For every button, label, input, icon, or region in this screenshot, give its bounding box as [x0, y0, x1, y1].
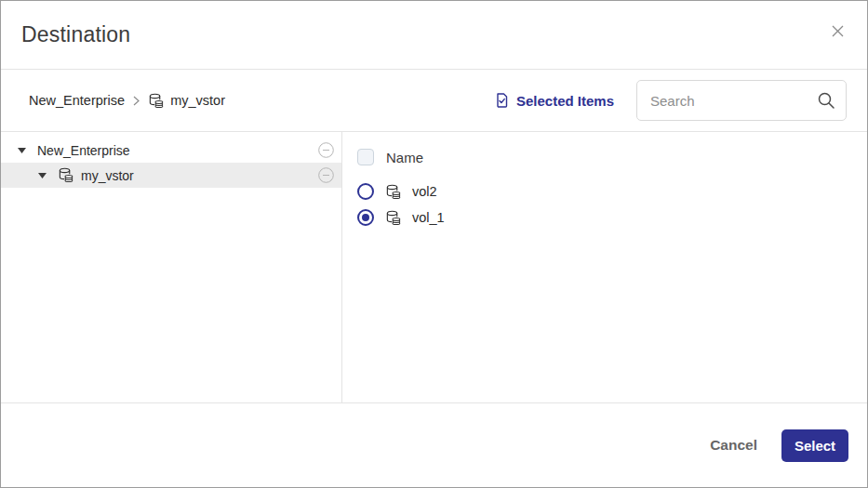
cancel-button[interactable]: Cancel — [710, 437, 757, 454]
selected-items-button[interactable]: Selected Items — [495, 93, 614, 109]
dialog-footer: Cancel Select — [1, 402, 867, 487]
list-item-vol2[interactable]: vol2 — [357, 178, 867, 204]
selected-items-label: Selected Items — [516, 93, 614, 109]
dialog-content: New_Enterprise my_vstor — [1, 132, 867, 402]
database-icon — [385, 184, 401, 200]
destination-dialog: Destination New_Enterprise my_vstor — [0, 0, 868, 488]
tree-panel: New_Enterprise my_vstor — [1, 132, 342, 402]
select-button[interactable]: Select — [781, 429, 848, 462]
close-icon — [831, 24, 845, 38]
list-item-label: vol_1 — [412, 210, 445, 225]
database-icon — [58, 167, 73, 183]
name-column-header: Name — [386, 150, 423, 165]
breadcrumb-item-vstor[interactable]: my_vstor — [148, 93, 225, 109]
chevron-right-icon — [133, 96, 140, 106]
remove-circle-icon[interactable] — [318, 142, 334, 158]
breadcrumb-item-enterprise[interactable]: New_Enterprise — [29, 93, 125, 108]
document-check-icon — [495, 93, 509, 108]
page-title: Destination — [21, 22, 130, 47]
search-icon[interactable] — [817, 91, 835, 113]
search-input[interactable] — [636, 80, 847, 121]
breadcrumb: New_Enterprise my_vstor — [29, 93, 225, 109]
tree-item-label: my_vstor — [81, 168, 318, 183]
remove-circle-icon[interactable] — [318, 167, 334, 183]
radio-button-checked[interactable] — [357, 209, 374, 226]
list-item-vol-1[interactable]: vol_1 — [357, 204, 867, 231]
tree-item-new-enterprise[interactable]: New_Enterprise — [1, 138, 341, 163]
tree-item-my-vstor[interactable]: my_vstor — [1, 163, 341, 188]
tree-item-label: New_Enterprise — [37, 143, 318, 158]
radio-button[interactable] — [357, 183, 374, 200]
list-item-label: vol2 — [412, 184, 437, 199]
items-list-panel: Name vol2 vol_1 — [342, 132, 867, 402]
select-all-checkbox[interactable] — [357, 149, 374, 165]
list-header: Name — [357, 141, 867, 173]
close-button[interactable] — [827, 20, 848, 42]
caret-down-icon[interactable] — [18, 148, 26, 153]
database-icon — [148, 93, 164, 109]
database-icon — [385, 210, 401, 226]
dialog-header: Destination — [1, 1, 867, 70]
toolbar: New_Enterprise my_vstor Selected It — [1, 70, 867, 132]
search-box — [636, 80, 847, 121]
caret-down-icon[interactable] — [38, 173, 47, 178]
